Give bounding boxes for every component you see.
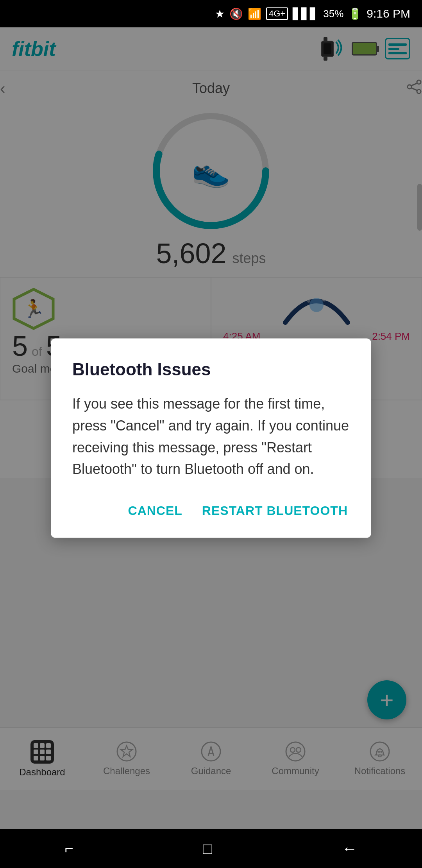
status-bar: ★ 🔇 📶 4G+ ▋▋▋ 35% 🔋 9:16 PM (0, 0, 422, 27)
signal-icon: ▋▋▋ (293, 7, 318, 20)
bluetooth-dialog: Bluetooth Issues If you see this message… (51, 338, 371, 538)
app-container: fitbit (0, 27, 422, 829)
home-button[interactable]: □ (203, 840, 212, 857)
android-nav-bar: ⌐ □ ← (0, 829, 422, 868)
back-button[interactable]: ← (342, 840, 357, 857)
battery-icon: 🔋 (348, 7, 362, 20)
wifi-icon: 📶 (248, 7, 261, 20)
dialog-title: Bluetooth Issues (72, 360, 350, 379)
status-icons: ★ 🔇 📶 4G+ ▋▋▋ 35% 🔋 9:16 PM (215, 7, 410, 20)
dialog-message: If you see this message for the first ti… (72, 393, 350, 480)
lte-badge: 4G+ (266, 7, 288, 20)
bluetooth-icon: ★ (215, 7, 225, 20)
battery-level: 35% (323, 8, 343, 20)
cancel-button[interactable]: CANCEL (126, 500, 184, 522)
dialog-buttons: CANCEL RESTART BLUETOOTH (72, 500, 350, 522)
recent-apps-button[interactable]: ⌐ (65, 840, 73, 857)
status-time: 9:16 PM (367, 7, 410, 20)
mute-icon: 🔇 (229, 7, 243, 20)
restart-bluetooth-button[interactable]: RESTART BLUETOOTH (200, 500, 350, 522)
